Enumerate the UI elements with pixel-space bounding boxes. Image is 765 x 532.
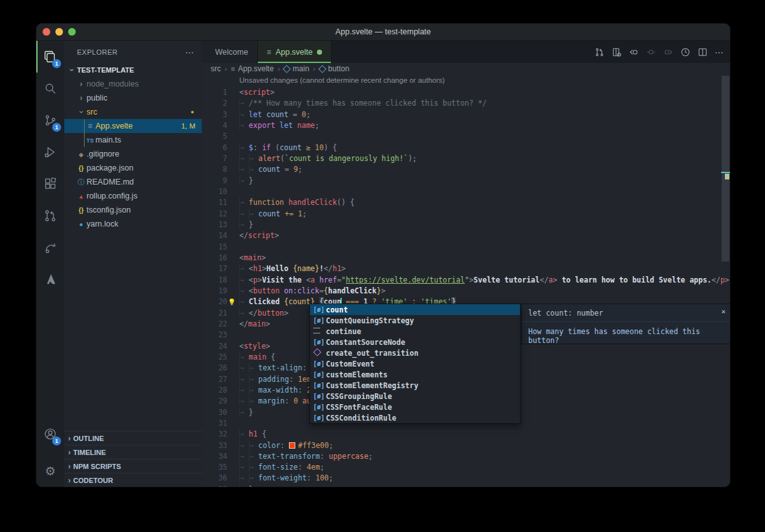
project-root-item[interactable]: › TEST-TEMPLATE <box>64 63 202 77</box>
activity-azure[interactable] <box>36 263 64 295</box>
code-line-8[interactable]: 8→ → count = 9; <box>202 164 730 175</box>
line-number[interactable]: 17 <box>202 263 227 274</box>
code-line-10[interactable]: 10 <box>202 186 730 197</box>
code-editor[interactable]: Unsaved changes (cannot determine recent… <box>202 74 730 487</box>
code-line-34[interactable]: 34→ → text-transform: uppercase; <box>202 451 730 462</box>
file-item-tsconfig.json[interactable]: {}tsconfig.json <box>64 203 202 217</box>
file-item-.gitignore[interactable]: ◆.gitignore <box>64 147 202 161</box>
line-number[interactable]: 1 <box>202 87 227 98</box>
sidebar-section-codetour[interactable]: ›CODETOUR <box>64 473 202 487</box>
editor-scrollbar[interactable] <box>721 74 730 487</box>
code-line-19[interactable]: 19→ <button on:click={handleClick}> <box>202 286 730 297</box>
activity-source-control[interactable]: 1 <box>36 104 64 136</box>
line-number[interactable]: 36 <box>202 473 227 484</box>
zoom-window-button[interactable] <box>68 28 76 36</box>
line-number[interactable]: 15 <box>202 242 227 253</box>
previous-change-icon[interactable] <box>629 47 639 57</box>
tab-welcome[interactable]: Welcome <box>202 41 258 63</box>
line-number[interactable]: 27 <box>202 374 227 385</box>
line-number[interactable]: 16 <box>202 253 227 263</box>
code-line-9[interactable]: 9→ } <box>202 176 730 186</box>
code-line-18[interactable]: 18→ <p>Visit the <a href="https://svelte… <box>202 275 730 286</box>
code-line-2[interactable]: 2→ /** How many times has someone clicke… <box>202 98 730 109</box>
line-number[interactable]: 5 <box>202 131 227 142</box>
code-line-36[interactable]: 36→ → font-weight: 100; <box>202 473 730 484</box>
lightbulb-icon[interactable]: 💡 <box>228 297 235 307</box>
more-actions-icon[interactable]: ⋯ <box>715 47 724 57</box>
minimize-window-button[interactable] <box>55 28 63 36</box>
line-number[interactable]: 6 <box>202 143 227 153</box>
activity-search[interactable] <box>36 73 64 104</box>
code-line-4[interactable]: 4→ export let name; <box>202 120 730 131</box>
current-change-icon[interactable] <box>646 47 656 57</box>
line-number[interactable]: 26 <box>202 363 227 374</box>
activity-extensions[interactable] <box>36 168 64 200</box>
activity-accounts[interactable]: 1 <box>36 418 64 450</box>
tab-app-svelte[interactable]: ≡ App.svelte <box>258 41 332 63</box>
line-number[interactable]: 37 <box>202 484 227 487</box>
code-line-15[interactable]: 15 <box>202 242 730 253</box>
code-line-37[interactable]: 37→ } <box>202 484 730 487</box>
line-number[interactable]: 21 <box>202 308 227 319</box>
folder-item-src[interactable]: ›src● <box>64 105 202 119</box>
file-item-yarn.lock[interactable]: ●yarn.lock <box>64 217 202 231</box>
more-actions-icon[interactable]: ⋯ <box>185 47 194 57</box>
code-line-7[interactable]: 7→ → alert(`count is dangerously high!`)… <box>202 153 730 164</box>
activity-explorer[interactable]: 1 <box>36 41 64 73</box>
line-number[interactable]: 20 <box>202 297 227 307</box>
line-number[interactable]: 4 <box>202 120 227 131</box>
file-item-package.json[interactable]: {}package.json <box>64 161 202 175</box>
line-number[interactable]: 22 <box>202 319 227 330</box>
compare-changes-icon[interactable] <box>594 47 605 57</box>
suggestion-continue[interactable]: continue <box>310 326 520 337</box>
suggestion-CSSFontFaceRule[interactable]: [ø]CSSFontFaceRule <box>310 402 520 412</box>
folder-item-node_modules[interactable]: ›node_modules <box>64 77 202 91</box>
code-line-35[interactable]: 35→ → font-size: 4em; <box>202 462 730 473</box>
activity-live-share[interactable] <box>36 232 64 263</box>
code-line-14[interactable]: 14</script> <box>202 230 730 241</box>
scrollbar-thumb[interactable] <box>722 76 729 262</box>
activity-run-and-debug[interactable] <box>36 136 64 168</box>
code-line-6[interactable]: 6→ $: if (count ≥ 10) { <box>202 143 730 153</box>
line-number[interactable]: 14 <box>202 230 227 241</box>
line-number[interactable]: 29 <box>202 396 227 407</box>
line-number[interactable]: 19 <box>202 286 227 297</box>
breadcrumb-src[interactable]: src <box>211 64 221 73</box>
code-line-17[interactable]: 17→ <h1>Hello {name}!</h1> <box>202 263 730 274</box>
line-number[interactable]: 12 <box>202 209 227 220</box>
line-number[interactable]: 10 <box>202 186 227 197</box>
line-number[interactable]: 3 <box>202 109 227 120</box>
code-line-1[interactable]: 1<script> <box>202 87 730 98</box>
code-line-33[interactable]: 33→ → color: #ff3e00; <box>202 440 730 451</box>
line-number[interactable]: 35 <box>202 462 227 473</box>
file-item-rollup.config.js[interactable]: ▲rollup.config.js <box>64 189 202 203</box>
line-number[interactable]: 34 <box>202 451 227 462</box>
file-item-main.ts[interactable]: TSmain.ts <box>64 133 202 147</box>
suggestion-CustomElementRegistry[interactable]: [ø]CustomElementRegistry <box>310 380 520 391</box>
code-line-11[interactable]: 11→ function handleClick() { <box>202 197 730 208</box>
split-editor-icon[interactable] <box>698 47 708 57</box>
suggestion-CSSConditionRule[interactable]: [ø]CSSConditionRule <box>310 412 520 423</box>
unsaved-dot-icon[interactable] <box>317 50 322 55</box>
line-number[interactable]: 24 <box>202 341 227 352</box>
code-line-12[interactable]: 12→ → count += 1; <box>202 209 730 220</box>
code-line-3[interactable]: 3→ let count = 0; <box>202 109 730 120</box>
line-number[interactable]: 11 <box>202 197 227 208</box>
line-number[interactable]: 2 <box>202 98 227 109</box>
suggestion-CustomEvent[interactable]: [ø]CustomEvent <box>310 358 520 369</box>
line-number[interactable]: 9 <box>202 176 227 186</box>
open-changes-icon[interactable] <box>612 47 622 57</box>
activity-github-pull-requests[interactable] <box>36 200 64 232</box>
breadcrumb-app-svelte[interactable]: ≡App.svelte <box>231 64 274 73</box>
close-icon[interactable]: ✕ <box>721 307 726 316</box>
line-number[interactable]: 32 <box>202 429 227 440</box>
file-item-README.md[interactable]: ⓘREADME.md <box>64 175 202 189</box>
breadcrumb-button[interactable]: button <box>319 64 349 73</box>
line-number[interactable]: 18 <box>202 275 227 286</box>
sidebar-section-npm-scripts[interactable]: ›NPM SCRIPTS <box>64 459 202 473</box>
line-number[interactable]: 7 <box>202 153 227 164</box>
line-number[interactable]: 25 <box>202 352 227 363</box>
code-line-16[interactable]: 16<main> <box>202 253 730 263</box>
suggestion-count[interactable]: [ø]count <box>310 304 520 315</box>
suggestion-create_out_transition[interactable]: create_out_transition <box>310 347 520 358</box>
